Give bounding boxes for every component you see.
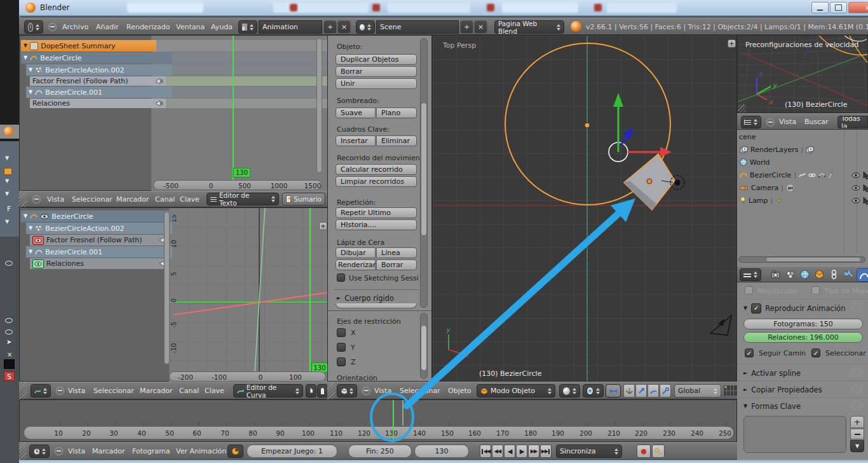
duplicate-objects-button[interactable]: Duplicar Objetos — [336, 54, 417, 65]
disabled-checkbox[interactable] — [811, 286, 820, 294]
pointer-icon[interactable] — [863, 171, 868, 179]
layer-cell[interactable] — [727, 391, 729, 396]
dopesheet-mode-select[interactable]: Editor de Texto — [207, 193, 279, 205]
menu-vista[interactable]: Vista — [47, 195, 64, 204]
frames-slider[interactable]: Fotogramas: 150 — [743, 319, 863, 329]
axis-x-checkbox[interactable] — [337, 328, 346, 337]
prev-keyframe-button[interactable]: ◀◀ — [492, 445, 503, 458]
eye-icon[interactable] — [851, 198, 860, 204]
channel-relaciones[interactable]: Relaciones — [30, 99, 166, 108]
layer-cell[interactable] — [731, 385, 733, 390]
eye-icon[interactable] — [851, 185, 860, 191]
graph-vscrollbar[interactable] — [164, 212, 170, 364]
menu-renderizado[interactable]: Renderizado — [126, 23, 170, 31]
menu-ver-animacion[interactable]: Ver Animación — [176, 447, 226, 455]
pointer-icon[interactable] — [863, 184, 868, 192]
mode-select[interactable]: Modo Objeto — [477, 384, 555, 397]
render-engine-select[interactable]: Pagina Web Blend — [494, 20, 564, 34]
flat-button[interactable]: Plano — [376, 107, 417, 118]
minimize-button[interactable] — [811, 2, 829, 13]
timeline-scrollbar[interactable]: 10 20 30 40 50 60 70 80 90 100 110 120 1… — [24, 426, 734, 439]
panel-grip[interactable] — [850, 301, 863, 312]
collapse-menus-icon[interactable] — [48, 23, 57, 31]
menu-objeto[interactable]: Objeto — [448, 387, 471, 395]
grease-line-button[interactable]: Línea — [376, 247, 417, 258]
tab-object-data[interactable] — [857, 268, 868, 282]
disabled-checkbox[interactable] — [745, 286, 753, 294]
tab-scene[interactable] — [783, 268, 797, 280]
next-keyframe-button[interactable]: ▶▶ — [528, 445, 539, 458]
pointer-icon[interactable] — [863, 197, 868, 205]
pivot-select[interactable] — [583, 384, 604, 397]
spline-panel-header[interactable]: ► Activar spline — [743, 369, 801, 378]
channel-relaciones[interactable]: Relaciones — [30, 258, 170, 269]
orientation-select[interactable]: Global — [674, 384, 721, 397]
eye-icon[interactable] — [40, 214, 49, 219]
close-button[interactable]: × — [848, 2, 868, 13]
ghost-curves-button[interactable] — [317, 384, 328, 397]
channel-dopesheet-summary[interactable]: ▼ DopeSheet Summary — [21, 40, 156, 52]
screen-layout-icon-button[interactable] — [238, 20, 257, 34]
expand-icon[interactable]: ▼ — [29, 226, 32, 231]
outliner-row-world[interactable]: World — [738, 156, 868, 168]
eye-icon[interactable] — [851, 172, 860, 178]
channel-beziercircle[interactable]: ▼ BezierCircle — [21, 52, 172, 64]
sync-select[interactable]: Sincroniza — [556, 445, 622, 458]
editor-type-button[interactable] — [31, 384, 51, 397]
mute-speaker-icon[interactable] — [156, 78, 163, 85]
corner-grip[interactable] — [19, 443, 27, 460]
end-frame-field[interactable]: Fin: 250 — [348, 445, 412, 458]
graph-hscrollbar[interactable]: -200 -100 0 100 — [169, 371, 326, 382]
editor-type-button[interactable] — [29, 445, 50, 458]
grease-render-button[interactable]: Renderizar — [336, 259, 376, 270]
panel-grip[interactable] — [850, 384, 863, 394]
collapse-menus-icon[interactable] — [766, 118, 775, 127]
menu-clave[interactable]: Clave — [205, 387, 224, 395]
tab-constraints[interactable] — [827, 268, 841, 280]
channel-beziercircle-001[interactable]: ▼ BezierCircle.001 — [26, 86, 172, 98]
expand-icon[interactable]: ▼ — [29, 90, 32, 95]
relations-slider[interactable]: Relaciones: 196.000 — [743, 332, 863, 343]
expand-icon[interactable]: ▼ — [24, 43, 27, 48]
shape-keys-panel-header[interactable]: ▼ Formas Clave — [743, 402, 801, 411]
corner-grip[interactable] — [738, 104, 746, 113]
timeline-editor[interactable]: 10 20 30 40 50 60 70 80 90 100 110 120 1… — [19, 399, 737, 442]
menu-clave[interactable]: Clave — [180, 195, 200, 204]
play-button[interactable]: ▶ — [516, 445, 527, 458]
tab-render[interactable] — [769, 268, 782, 280]
menu-canal[interactable]: Canal — [155, 195, 175, 204]
menu-canal[interactable]: Canal — [179, 387, 199, 395]
channel-factor-fresnel[interactable]: Factor Fresnel (Follow Path) — [30, 235, 170, 245]
rigid-body-panel[interactable]: ► Cuerpo rígido — [337, 294, 394, 303]
menu-ayuda[interactable]: Ayuda — [211, 23, 233, 31]
editor-type-button[interactable]: i — [24, 20, 43, 34]
sketch-sessions-checkbox[interactable] — [337, 273, 345, 282]
cursor-tool-button[interactable] — [306, 384, 316, 397]
keying-set-button[interactable] — [652, 445, 665, 458]
channel-beziercircle[interactable]: ▼ BezierCircle — [21, 211, 172, 222]
start-frame-field[interactable]: Empezar Juego: 1 — [247, 445, 337, 458]
tab-modifiers[interactable] — [842, 268, 855, 280]
corner-grip[interactable] — [19, 382, 27, 399]
menu-marcador[interactable]: Marcador — [116, 195, 149, 204]
scene-icon-button[interactable] — [356, 20, 375, 34]
menu-vista[interactable]: Vista — [68, 387, 85, 395]
menu-archivo[interactable]: Archivo — [62, 23, 88, 31]
select-checkbox[interactable]: ✓ — [811, 349, 820, 357]
manipulator-translate-button[interactable] — [623, 384, 635, 397]
manipulator-scale-button[interactable] — [660, 384, 671, 397]
layer-cell[interactable] — [731, 391, 733, 396]
collapse-men_us-icon[interactable] — [32, 195, 41, 204]
collapse-menus-icon[interactable] — [362, 387, 370, 395]
layer-cell[interactable] — [724, 391, 726, 396]
close-scene-button[interactable]: × — [474, 20, 487, 34]
shading-select[interactable] — [559, 384, 580, 397]
playhead-line[interactable] — [393, 400, 394, 442]
expand-icon[interactable]: ▼ — [24, 214, 27, 219]
menu-anadir[interactable]: Añadir — [96, 23, 119, 31]
outliner-hscroll-thumb[interactable] — [766, 257, 861, 262]
close-layout-button[interactable]: × — [337, 20, 351, 34]
panel-grip[interactable] — [407, 293, 417, 302]
shape-key-specials-button[interactable]: ▼ — [850, 440, 864, 452]
delete-keyframe-button[interactable]: Eliminar — [376, 135, 417, 146]
